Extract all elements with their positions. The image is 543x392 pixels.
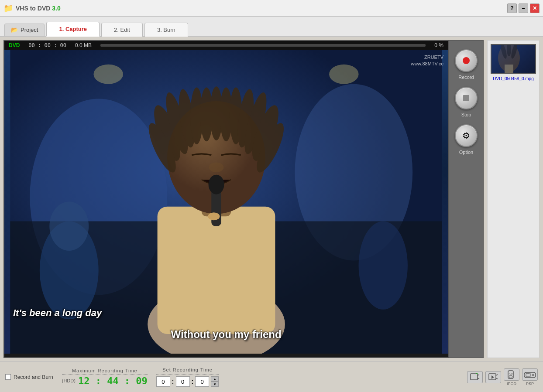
subtitle-line2: Without you my friend (171, 328, 281, 341)
ipod-button[interactable]: iPOD IPOD (504, 368, 519, 386)
new-clip-icon: + (467, 371, 483, 383)
thumbnail-image[interactable] (491, 44, 536, 74)
colon1: : (172, 378, 174, 385)
tab-burn-label: 3. Burn (157, 27, 175, 33)
stop-label: Stop (461, 112, 471, 117)
svg-point-33 (507, 45, 511, 56)
tab-edit-label: 2. Edit (114, 27, 130, 33)
title-bar: 📁 VHS to DVD 3.0 ? – ✕ (0, 0, 543, 17)
stop-square-icon (463, 95, 469, 101)
tab-capture-label: 1. Capture (59, 26, 87, 32)
video-area: DVD 00 : 00 : 00 0.0 MB 0 % (3, 40, 484, 358)
export-svg (488, 373, 498, 382)
stop-button[interactable]: Stop (455, 87, 478, 117)
max-rec-time-value: 12 : 44 : 09 (78, 375, 148, 386)
svg-rect-35 (505, 65, 513, 74)
controls-panel: Record Stop ⚙ Option (449, 40, 484, 358)
psp-label: PSP (526, 382, 534, 386)
dvd-label: DVD (9, 42, 20, 48)
title-bar-left: 📁 VHS to DVD 3.0 (3, 3, 61, 13)
svg-point-32 (500, 45, 508, 59)
record-burn-checkbox[interactable] (5, 374, 11, 380)
ipod-svg: iPOD (506, 370, 517, 379)
thumbnail-filename: DVD_050458_0.mpg (493, 76, 533, 81)
svg-point-26 (49, 202, 89, 251)
gear-icon: ⚙ (462, 130, 470, 141)
record-circle (455, 49, 478, 72)
video-player: DVD 00 : 00 : 00 0.0 MB 0 % (3, 40, 449, 358)
max-recording-time: Maximum Recording Time (HDD) 12 : 44 : 0… (62, 368, 148, 386)
max-rec-label: Maximum Recording Time (72, 368, 137, 373)
option-circle: ⚙ (455, 124, 478, 147)
app-name-ver: 3.0 (52, 5, 60, 12)
max-rec-divider (62, 374, 148, 375)
folder-icon: 📂 (11, 27, 18, 33)
help-button[interactable]: ? (507, 3, 517, 13)
svg-rect-30 (491, 45, 536, 74)
svg-point-31 (498, 45, 520, 72)
svg-text:PSP: PSP (526, 372, 529, 375)
time-seconds-input[interactable] (195, 376, 209, 387)
app-title: VHS to DVD 3.0 (16, 5, 61, 12)
option-button[interactable]: ⚙ Option (455, 124, 478, 155)
tab-edit[interactable]: 2. Edit (101, 23, 143, 37)
main-content: DVD 00 : 00 : 00 0.0 MB 0 % (0, 37, 543, 361)
svg-point-23 (209, 175, 224, 194)
time-spinner: ▲ ▼ (211, 376, 219, 387)
option-label: Option (459, 150, 473, 155)
file-size: 0.0 MB (75, 42, 92, 48)
record-dot-icon (463, 57, 470, 64)
svg-text:+: + (476, 373, 478, 375)
svg-point-29 (329, 65, 358, 84)
svg-point-24 (208, 212, 220, 220)
svg-point-27 (359, 221, 408, 309)
psp-button[interactable]: PSP PSP (522, 368, 538, 386)
app-name-vhs: VHS to DVD (16, 5, 52, 12)
progress-pct: 0 % (434, 42, 443, 48)
tab-project[interactable]: 📂 Project (4, 24, 45, 36)
time-input-row: : : ▲ ▼ (156, 376, 219, 387)
export-button[interactable] (485, 371, 501, 383)
tab-project-label: Project (21, 27, 38, 33)
minimize-button[interactable]: – (519, 3, 528, 13)
video-content: ZRUETV www.88MTV.cc It's been a long day… (4, 50, 448, 354)
new-clip-svg: + (470, 373, 480, 382)
spin-up-button[interactable]: ▲ (211, 376, 219, 382)
set-rec-divider (156, 374, 219, 375)
record-label: Record (458, 75, 474, 80)
record-burn-checkbox-container[interactable]: Record and Burn (5, 374, 53, 380)
watermark-line1: ZRUETV (411, 54, 443, 61)
record-button[interactable]: Record (455, 49, 478, 80)
close-button[interactable]: ✕ (530, 3, 540, 13)
tab-burn[interactable]: 3. Burn (144, 23, 188, 37)
svg-text:iPOD: iPOD (508, 372, 513, 375)
colon2: : (192, 378, 194, 385)
tab-bar: 📂 Project 1. Capture 2. Edit 3. Burn (0, 17, 543, 37)
ipod-label: IPOD (507, 382, 516, 386)
bottom-bar: Record and Burn Maximum Recording Time (… (0, 361, 543, 392)
video-frame: ZRUETV www.88MTV.cc It's been a long day… (4, 50, 448, 354)
set-recording-time: Set Recording Time : : ▲ ▼ (156, 367, 219, 387)
thumbnail-svg (491, 45, 536, 74)
svg-point-34 (510, 45, 519, 59)
stop-circle (455, 87, 478, 109)
max-rec-time-row: (HDD) 12 : 44 : 09 (62, 375, 148, 386)
watermark: ZRUETV www.88MTV.cc (411, 54, 443, 68)
svg-point-45 (509, 375, 512, 378)
progress-bar (100, 44, 426, 47)
svg-marker-43 (491, 375, 494, 379)
psp-svg: PSP (524, 370, 536, 379)
subtitle-line1: It's been a long day (13, 307, 102, 319)
tab-capture[interactable]: 1. Capture (46, 22, 100, 37)
ipod-icon: iPOD (504, 368, 519, 381)
time-hours-input[interactable] (156, 376, 170, 387)
spin-down-button[interactable]: ▼ (211, 382, 219, 387)
svg-point-28 (93, 65, 123, 84)
record-burn-label: Record and Burn (14, 374, 53, 380)
film-icon: 📁 (3, 3, 13, 13)
set-rec-label: Set Recording Time (162, 367, 213, 372)
svg-point-49 (532, 374, 534, 376)
time-minutes-input[interactable] (176, 376, 190, 387)
export-icon (485, 371, 501, 383)
new-clip-button[interactable]: + (467, 371, 483, 383)
